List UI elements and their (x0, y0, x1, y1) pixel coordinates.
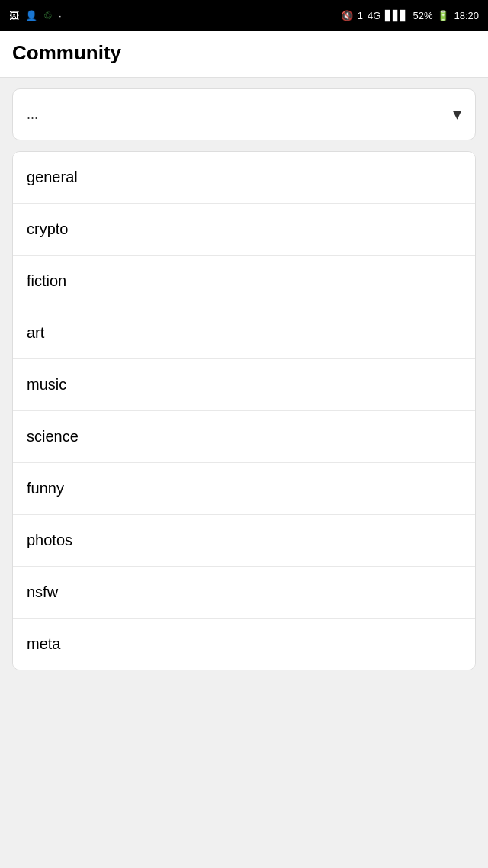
list-item-label: art (27, 324, 44, 342)
network-type: 4G (368, 10, 380, 21)
chevron-down-icon: ▾ (453, 104, 461, 124)
page-title: Community (12, 41, 476, 65)
list-item[interactable]: nsfw (13, 567, 475, 619)
list-item-label: nsfw (27, 583, 58, 601)
account-icon: 👤 (25, 10, 37, 21)
battery-percent: 52% (413, 10, 432, 21)
gallery-icon: 🖼 (9, 10, 19, 21)
clock: 18:20 (454, 10, 479, 21)
dropdown-container[interactable]: ... ▾ (12, 88, 476, 140)
dropdown-value: ... (27, 107, 38, 123)
list-item[interactable]: meta (13, 619, 475, 670)
list-item-label: crypto (27, 220, 68, 238)
list-item[interactable]: art (13, 307, 475, 359)
battery-icon: 🔋 (437, 10, 449, 21)
dropdown-row[interactable]: ... ▾ (13, 89, 475, 140)
list-item[interactable]: general (13, 152, 475, 204)
list-item[interactable]: photos (13, 515, 475, 567)
community-list: generalcryptofictionartmusicsciencefunny… (12, 151, 476, 670)
list-item-label: meta (27, 635, 60, 653)
status-bar-left: 🖼 👤 ♲ · (9, 10, 62, 21)
list-item[interactable]: music (13, 359, 475, 411)
dot-indicator: · (59, 10, 62, 21)
page-title-bar: Community (0, 31, 488, 78)
list-item-label: general (27, 169, 78, 186)
signal-bars-icon: ▋▋▋ (385, 10, 408, 21)
activity-icon: ♲ (43, 10, 53, 21)
status-bar-right: 🔇 1 4G ▋▋▋ 52% 🔋 18:20 (341, 10, 479, 21)
list-item-label: fiction (27, 272, 66, 290)
list-item[interactable]: fiction (13, 256, 475, 307)
list-item[interactable]: funny (13, 463, 475, 515)
list-item-label: funny (27, 480, 64, 497)
list-item[interactable]: science (13, 411, 475, 463)
status-bar: 🖼 👤 ♲ · 🔇 1 4G ▋▋▋ 52% 🔋 18:20 (0, 0, 488, 31)
list-item-label: photos (27, 532, 72, 549)
list-item-label: music (27, 376, 66, 394)
sim-indicator: 1 (358, 10, 363, 21)
mute-icon: 🔇 (341, 10, 353, 21)
list-item-label: science (27, 428, 79, 445)
list-item[interactable]: crypto (13, 204, 475, 256)
